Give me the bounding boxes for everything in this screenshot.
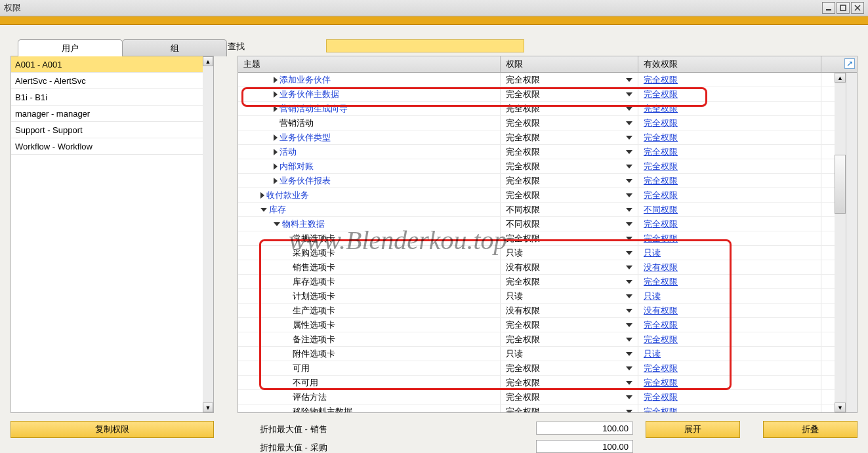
cell-perm[interactable]: 只读 xyxy=(501,246,638,260)
expand-arrow-icon[interactable] xyxy=(274,91,278,98)
scroll-down-icon[interactable]: ▼ xyxy=(835,403,846,412)
eff-link[interactable]: 完全权限 xyxy=(644,146,678,158)
expand-arrow-icon[interactable] xyxy=(274,106,278,112)
cell-perm[interactable]: 完全权限 xyxy=(501,130,638,144)
grid-row[interactable]: 业务伙伴主数据完全权限完全权限 xyxy=(238,87,835,102)
eff-link[interactable]: 完全权限 xyxy=(644,189,678,201)
cell-perm[interactable]: 完全权限 xyxy=(501,275,638,288)
cell-perm[interactable]: 完全权限 xyxy=(501,159,638,173)
dropdown-icon[interactable] xyxy=(626,208,632,212)
cell-subject[interactable]: 内部对账 xyxy=(238,159,501,173)
grid-row[interactable]: 库存选项卡完全权限完全权限 xyxy=(238,275,835,289)
cell-perm[interactable]: 不同权限 xyxy=(501,217,638,231)
cell-eff[interactable]: 完全权限 xyxy=(638,188,821,202)
cell-eff[interactable]: 没有权限 xyxy=(638,304,821,317)
dropdown-icon[interactable] xyxy=(626,193,632,197)
scroll-up-icon[interactable]: ▲ xyxy=(835,73,846,83)
cell-perm[interactable]: 完全权限 xyxy=(501,102,638,115)
cell-subject[interactable]: 活动 xyxy=(238,145,501,159)
cell-eff[interactable]: 完全权限 xyxy=(638,376,821,389)
eff-link[interactable]: 完全权限 xyxy=(644,74,678,86)
discount-sales-input[interactable]: 100.00 xyxy=(536,422,633,435)
cell-eff[interactable]: 完全权限 xyxy=(638,73,821,87)
cell-perm[interactable]: 没有权限 xyxy=(501,260,638,274)
cell-eff[interactable]: 完全权限 xyxy=(638,275,821,288)
cell-subject[interactable]: 可用 xyxy=(238,361,501,375)
grid-row[interactable]: 收付款业务完全权限完全权限 xyxy=(238,188,835,203)
cell-perm[interactable]: 完全权限 xyxy=(501,188,638,202)
grid-row[interactable]: 生产选项卡没有权限没有权限 xyxy=(238,304,835,318)
dropdown-icon[interactable] xyxy=(626,179,632,183)
dropdown-icon[interactable] xyxy=(626,251,632,255)
cell-eff[interactable]: 只读 xyxy=(638,246,821,260)
eff-link[interactable]: 只读 xyxy=(644,348,661,360)
cell-eff[interactable]: 只读 xyxy=(638,289,821,303)
cell-eff[interactable]: 完全权限 xyxy=(638,390,821,404)
discount-purchase-input[interactable]: 100.00 xyxy=(536,440,633,453)
expand-arrow-icon[interactable] xyxy=(274,163,278,170)
grid-row[interactable]: 评估方法完全权限完全权限 xyxy=(238,390,835,404)
cell-perm[interactable]: 没有权限 xyxy=(501,304,638,317)
dropdown-icon[interactable] xyxy=(626,92,632,96)
cell-perm[interactable]: 完全权限 xyxy=(501,390,638,404)
dropdown-icon[interactable] xyxy=(626,352,632,356)
grid-row[interactable]: 添加业务伙伴完全权限完全权限 xyxy=(238,73,835,87)
cell-perm[interactable]: 完全权限 xyxy=(501,404,638,412)
eff-link[interactable]: 完全权限 xyxy=(644,218,678,230)
expand-arrow-icon[interactable] xyxy=(274,178,278,184)
user-row[interactable]: manager - manager xyxy=(11,106,204,122)
cell-subject[interactable]: 计划选项卡 xyxy=(238,289,501,303)
user-row[interactable]: B1i - B1i xyxy=(11,89,204,106)
eff-link[interactable]: 完全权限 xyxy=(644,89,678,100)
col-subject[interactable]: 主题 xyxy=(238,56,501,72)
cell-eff[interactable]: 完全权限 xyxy=(638,174,821,187)
cell-perm[interactable]: 完全权限 xyxy=(501,145,638,159)
grid-row[interactable]: 业务伙伴报表完全权限完全权限 xyxy=(238,174,835,188)
grid-row[interactable]: 属性选项卡完全权限完全权限 xyxy=(238,318,835,332)
scroll-thumb[interactable] xyxy=(835,155,846,214)
cell-eff[interactable]: 完全权限 xyxy=(638,361,821,375)
cell-eff[interactable]: 完全权限 xyxy=(638,145,821,159)
cell-subject[interactable]: 业务伙伴类型 xyxy=(238,130,501,144)
eff-link[interactable]: 完全权限 xyxy=(644,132,678,144)
dropdown-icon[interactable] xyxy=(626,150,632,154)
cell-eff[interactable]: 完全权限 xyxy=(638,231,821,245)
cell-subject[interactable]: 采购选项卡 xyxy=(238,246,501,260)
cell-eff[interactable]: 只读 xyxy=(638,347,821,361)
cell-subject[interactable]: 业务伙伴主数据 xyxy=(238,87,501,101)
grid-row[interactable]: 备注选项卡完全权限完全权限 xyxy=(238,332,835,347)
cell-subject[interactable]: 属性选项卡 xyxy=(238,318,501,332)
eff-link[interactable]: 完全权限 xyxy=(644,276,678,288)
eff-link[interactable]: 没有权限 xyxy=(644,262,678,273)
eff-link[interactable]: 完全权限 xyxy=(644,103,678,115)
cell-perm[interactable]: 完全权限 xyxy=(501,231,638,245)
cell-subject[interactable]: 附件选项卡 xyxy=(238,347,501,361)
collapse-arrow-icon[interactable] xyxy=(260,208,267,212)
expand-window-icon[interactable]: ↗ xyxy=(844,58,855,69)
cell-subject[interactable]: 业务伙伴报表 xyxy=(238,174,501,187)
grid-row[interactable]: 采购选项卡只读只读 xyxy=(238,246,835,260)
grid-row[interactable]: 不可用完全权限完全权限 xyxy=(238,376,835,390)
cell-subject[interactable]: 库存选项卡 xyxy=(238,275,501,288)
eff-link[interactable]: 没有权限 xyxy=(644,305,678,317)
dropdown-icon[interactable] xyxy=(626,237,632,241)
expand-arrow-icon[interactable] xyxy=(274,134,278,141)
expand-button[interactable]: 展开 xyxy=(646,421,740,438)
dropdown-icon[interactable] xyxy=(626,410,632,413)
eff-link[interactable]: 不同权限 xyxy=(644,204,678,216)
copy-perm-button[interactable]: 复制权限 xyxy=(10,421,214,438)
cell-eff[interactable]: 没有权限 xyxy=(638,260,821,274)
dropdown-icon[interactable] xyxy=(626,136,632,140)
cell-eff[interactable]: 完全权限 xyxy=(638,217,821,231)
eff-link[interactable]: 完全权限 xyxy=(644,175,678,187)
cell-subject[interactable]: 不可用 xyxy=(238,376,501,389)
col-perm[interactable]: 权限 xyxy=(501,56,638,72)
grid-scrollbar[interactable]: ▲ ▼ xyxy=(835,73,846,412)
collapse-button[interactable]: 折叠 xyxy=(763,421,858,438)
cell-subject[interactable]: 备注选项卡 xyxy=(238,332,501,346)
grid-row[interactable]: 业务伙伴类型完全权限完全权限 xyxy=(238,130,835,145)
cell-subject[interactable]: 物料主数据 xyxy=(238,217,501,231)
dropdown-icon[interactable] xyxy=(626,309,632,313)
eff-link[interactable]: 完全权限 xyxy=(644,233,678,245)
eff-link[interactable]: 完全权限 xyxy=(644,334,678,345)
